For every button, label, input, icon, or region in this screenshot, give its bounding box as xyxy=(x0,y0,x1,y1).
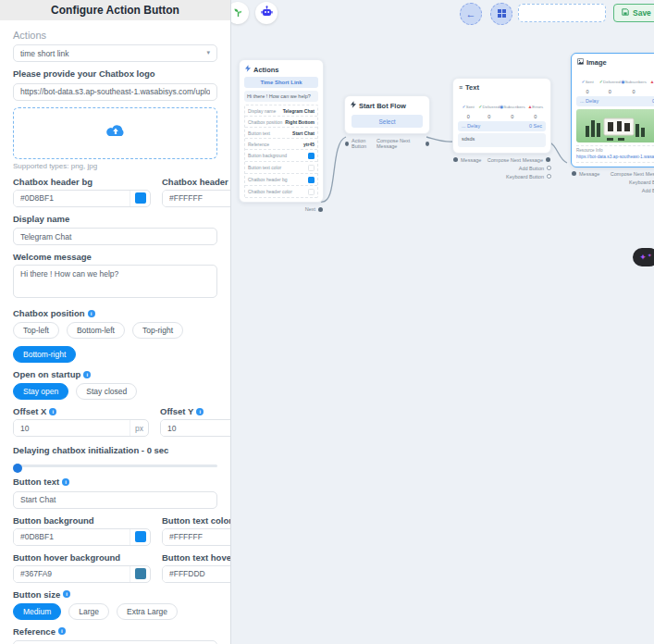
keyboard-button-connector[interactable]: Keyboard Button xyxy=(452,174,551,180)
button-size-options: Medium Large Extra Large xyxy=(13,603,217,620)
chevron-down-icon: ▾ xyxy=(206,49,210,56)
ai-assistant-button[interactable]: ✦✦ xyxy=(633,248,654,266)
info-icon: i xyxy=(58,627,66,635)
connector-dot[interactable] xyxy=(453,157,458,162)
offset-y-input[interactable] xyxy=(161,420,230,436)
button-hover-color-label: Button text hover color xyxy=(162,552,230,563)
delay-row[interactable]: ... Delay0 Sec xyxy=(576,96,654,106)
logo-url-input[interactable] xyxy=(13,83,217,101)
bolt-icon xyxy=(351,101,356,110)
info-icon: i xyxy=(63,590,70,598)
offset-x-unit: px xyxy=(130,420,148,436)
actions-select[interactable]: time short link ▾ xyxy=(13,44,217,62)
connector-ring[interactable] xyxy=(547,166,551,170)
resource-link[interactable]: https://bot-data.s3.ap-southeast-1.wasab… xyxy=(576,153,654,163)
upload-hint: Supported types: png, jpg xyxy=(13,162,217,170)
color-swatch xyxy=(308,177,315,183)
connector-dot[interactable] xyxy=(426,142,429,146)
connector-ring[interactable] xyxy=(547,174,551,179)
connector-dot[interactable] xyxy=(546,157,550,162)
actions-welcome-row: Hi there ! How can we help? xyxy=(244,91,318,102)
button-hover-bg-input[interactable] xyxy=(14,566,130,582)
reference-label: Referencei xyxy=(13,626,217,637)
node-actions[interactable]: Actions Time Short Link Hi there ! How c… xyxy=(239,59,324,212)
position-top-left[interactable]: Top-left xyxy=(13,322,59,339)
reference-input[interactable] xyxy=(13,640,217,644)
header-color-input[interactable] xyxy=(163,191,230,206)
button-hover-bg-swatch-button[interactable] xyxy=(130,566,150,582)
floppy-icon xyxy=(622,8,629,18)
flow-name-input[interactable] xyxy=(518,4,606,22)
button-size-label: Button sizei xyxy=(13,589,217,600)
size-medium[interactable]: Medium xyxy=(13,603,61,620)
compose-next-connector[interactable]: Compose Next Message xyxy=(376,138,429,149)
node-start-bot-flow[interactable]: Start Bot Flow Select Action Button Comp… xyxy=(344,95,430,149)
logo-label: Please provide your Chatbox logo xyxy=(13,68,217,79)
image-thumbnail[interactable] xyxy=(576,109,654,142)
back-button[interactable]: ← xyxy=(460,3,482,25)
text-content[interactable]: sdsds xyxy=(458,133,546,147)
bot-button[interactable] xyxy=(255,2,278,24)
add-button-connector[interactable]: Add Button xyxy=(571,188,654,193)
position-bottom-left[interactable]: Bottom-left xyxy=(67,322,125,339)
button-bg-input[interactable] xyxy=(14,529,130,545)
position-top-right[interactable]: Top-right xyxy=(132,322,183,339)
button-hover-color-input[interactable] xyxy=(163,566,230,582)
add-button-connector[interactable]: Add Button xyxy=(452,166,551,171)
delay-row[interactable]: ... Delay0 Sec xyxy=(458,121,546,131)
delay-label: Delaying chatbox initialization - 0 sec xyxy=(13,445,217,455)
compose-next-connector[interactable]: Compose Next Message xyxy=(487,157,550,163)
button-color-label: Button text color xyxy=(162,515,230,526)
connector-dot[interactable] xyxy=(345,142,349,146)
header-bg-swatch-button[interactable] xyxy=(130,191,150,206)
welcome-message-textarea[interactable]: Hi there ! How can we help? xyxy=(13,265,217,298)
action-button-connector[interactable]: Action Button xyxy=(345,138,376,149)
button-color-input[interactable] xyxy=(163,529,230,545)
button-text-input[interactable] xyxy=(13,491,217,509)
menu-lines-icon: ≡ xyxy=(459,84,463,91)
compose-next-connector[interactable]: Compose Next Message xyxy=(611,171,654,177)
select-button[interactable]: Select xyxy=(352,115,423,128)
grid-icon xyxy=(498,8,506,19)
canvas-save-button[interactable]: Save xyxy=(613,4,654,22)
node-image[interactable]: Image ✓Sent0 ✓Delivered0 ◉Subscribers0 ▲… xyxy=(571,53,654,193)
message-connector[interactable]: Message xyxy=(572,171,599,177)
welcome-message-label: Welcome message xyxy=(13,252,217,262)
startup-stay-closed[interactable]: Stay closed xyxy=(76,383,137,400)
offset-x-input[interactable] xyxy=(14,420,130,436)
message-connector[interactable]: Message xyxy=(453,157,481,163)
size-large[interactable]: Large xyxy=(68,603,109,620)
panel-title: Configure Action Button xyxy=(0,0,230,20)
grid-view-button[interactable] xyxy=(490,3,512,25)
actions-pill[interactable]: Time Short Link xyxy=(244,77,318,88)
next-connector[interactable]: Next xyxy=(305,206,323,212)
startup-stay-open[interactable]: Stay open xyxy=(13,383,68,400)
slider-track[interactable] xyxy=(13,464,217,467)
connector-dot[interactable] xyxy=(318,207,323,212)
color-swatch xyxy=(135,531,146,542)
connector-dot[interactable] xyxy=(572,171,576,176)
size-extra-large[interactable]: Extra Large xyxy=(117,603,178,620)
sparkle-icon: ✦ xyxy=(639,253,647,262)
logo-upload-dropzone[interactable] xyxy=(13,107,217,159)
button-bg-swatch-button[interactable] xyxy=(130,529,150,545)
keyboard-button-connector[interactable]: Keyboard Button xyxy=(571,180,654,185)
color-swatch xyxy=(308,153,315,159)
display-name-label: Display name xyxy=(13,214,217,224)
open-on-startup-options: Stay open Stay closed xyxy=(13,383,217,400)
position-bottom-right[interactable]: Bottom-right xyxy=(13,346,76,363)
header-color-field xyxy=(162,190,230,207)
table-row: Referenceytr45 xyxy=(245,139,317,150)
node-text[interactable]: ≡ Text ✓Sent0 ✓Delivered0 ◉Subscribers0 … xyxy=(452,78,551,180)
header-bg-field xyxy=(13,190,151,207)
info-icon: i xyxy=(88,310,95,317)
display-name-input[interactable] xyxy=(13,228,217,245)
image-node-header: Image xyxy=(576,57,654,69)
slider-thumb[interactable] xyxy=(13,464,22,473)
header-bg-input[interactable] xyxy=(14,191,130,206)
delay-slider[interactable] xyxy=(13,461,217,470)
text-node-header: ≡ Text xyxy=(458,82,546,94)
button-bg-field xyxy=(13,528,151,546)
chatbox-position-options: Top-left Bottom-left Top-right Bottom-ri… xyxy=(13,322,217,363)
chatbox-position-label: Chatbox positioni xyxy=(13,308,217,318)
